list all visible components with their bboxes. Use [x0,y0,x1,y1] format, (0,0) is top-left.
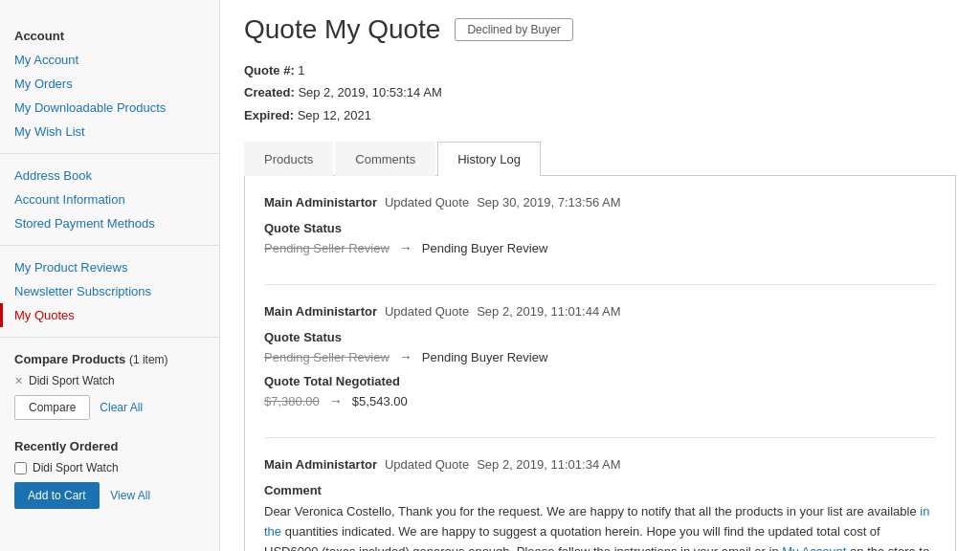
comment-part-1: Dear Veronica Costello, Thank you for th… [264,504,920,518]
history-entry-1-block-1: Quote Status Pending Seller Review → Pen… [264,221,936,255]
created-row: Created: Sep 2, 2019, 10:53:14 AM [244,81,956,103]
history-entry-2-price-to: $5,543.00 [352,394,408,408]
sidebar-section-account: Account My Account My Orders My Download… [0,14,219,154]
history-entry-1-header: Main Administartor Updated Quote Sep 30,… [264,195,936,209]
tab-history-log[interactable]: History Log [437,142,541,176]
history-entry-2-from: Pending Seller Review [264,350,390,364]
history-entry-2-block-2-title: Quote Total Negotiated [264,374,936,388]
sidebar-section-settings: Address Book Account Information Stored … [0,159,219,246]
recently-ordered-item-label: Didi Sport Watch [33,461,119,474]
history-entry-2-author: Main Administartor [264,304,377,319]
recently-ordered-checkbox[interactable] [14,462,27,474]
status-badge: Declined by Buyer [455,18,572,41]
history-entry-3-date: Sep 2, 2019, 11:01:34 AM [477,457,620,472]
expired-label: Expired: [244,108,294,122]
arrow-icon-2: → [399,349,412,364]
history-entry-1-from: Pending Seller Review [264,241,390,255]
history-entry-2: Main Administartor Updated Quote Sep 2, … [264,304,936,438]
history-entry-1: Main Administartor Updated Quote Sep 30,… [264,195,936,285]
created-date: Sep 2, 2019, 10:53:14 AM [298,85,441,99]
arrow-icon-3: → [329,393,343,408]
history-entry-2-block-1: Quote Status Pending Seller Review → Pen… [264,330,936,364]
history-entry-3-comment-title: Comment [264,483,936,497]
sidebar-item-my-wish-list[interactable]: My Wish List [0,120,219,143]
sidebar-item-address-book[interactable]: Address Book [0,164,219,187]
sidebar-item-my-account[interactable]: My Account [0,48,219,72]
history-entry-2-block-1-title: Quote Status [264,330,936,344]
compare-products-title: Compare Products (1 item) [14,352,205,366]
history-entry-1-author: Main Administartor [264,195,377,209]
history-entry-1-status-change: Pending Seller Review → Pending Buyer Re… [264,240,936,255]
page-header: Quote My Quote Declined by Buyer [244,14,956,45]
quote-number-label: Quote #: [244,63,295,77]
quote-number-row: Quote #: 1 [244,59,956,81]
sidebar-item-my-quotes[interactable]: My Quotes [0,303,219,327]
quote-number-value: 1 [298,63,304,77]
tab-content-history-log: Main Administartor Updated Quote Sep 30,… [244,176,956,551]
history-entry-2-date: Sep 2, 2019, 11:01:44 AM [477,304,620,319]
sidebar: Account My Account My Orders My Download… [0,0,220,551]
clear-all-link[interactable]: Clear All [100,401,143,414]
history-entry-2-price-change: $7,380.00 → $5,543.00 [264,393,936,408]
history-entry-1-date: Sep 30, 2019, 7:13:56 AM [477,195,620,209]
compare-item: ✕ Didi Sport Watch [14,374,205,387]
compare-item-label: Didi Sport Watch [29,374,115,387]
history-entry-2-header: Main Administartor Updated Quote Sep 2, … [264,304,936,319]
history-entry-1-action: Updated Quote [385,195,469,209]
created-label: Created: [244,85,295,99]
history-entry-3-comment-block: Comment Dear Veronica Costello, Thank yo… [264,483,936,551]
sidebar-item-account-information[interactable]: Account Information [0,187,219,211]
remove-compare-icon[interactable]: ✕ [14,375,23,387]
history-entry-3-author: Main Administartor [264,457,377,472]
recently-ordered-item: Didi Sport Watch [14,461,205,474]
comment-link-2[interactable]: My Account [782,544,846,551]
history-entry-2-status-change: Pending Seller Review → Pending Buyer Re… [264,349,936,364]
sidebar-item-my-orders[interactable]: My Orders [0,72,219,96]
sidebar-item-my-product-reviews[interactable]: My Product Reviews [0,255,219,279]
history-entry-3-action: Updated Quote [385,457,469,472]
history-entry-2-price-from: $7,380.00 [264,394,320,408]
quote-meta: Quote #: 1 Created: Sep 2, 2019, 10:53:1… [244,59,956,126]
history-entry-2-action: Updated Quote [385,304,469,319]
sidebar-item-newsletter-subscriptions[interactable]: Newsletter Subscriptions [0,279,219,303]
sidebar-heading-account: Account [0,19,219,48]
tab-products[interactable]: Products [244,142,333,176]
history-entry-2-to: Pending Buyer Review [422,350,548,364]
sidebar-item-stored-payment-methods[interactable]: Stored Payment Methods [0,211,219,235]
sidebar-section-extras: My Product Reviews Newsletter Subscripti… [0,251,219,338]
recently-ordered-section: Recently Ordered Didi Sport Watch Add to… [0,430,219,518]
sidebar-item-my-downloadable-products[interactable]: My Downloadable Products [0,96,219,120]
expired-row: Expired: Sep 12, 2021 [244,104,956,126]
page-title: Quote My Quote [244,14,440,45]
history-entry-2-block-2: Quote Total Negotiated $7,380.00 → $5,54… [264,374,936,408]
add-to-cart-button[interactable]: Add to Cart [14,482,100,509]
compare-button[interactable]: Compare [14,395,90,420]
history-entry-3-comment-text: Dear Veronica Costello, Thank you for th… [264,502,936,551]
recently-ordered-actions: Add to Cart View All [14,482,205,509]
recently-ordered-title: Recently Ordered [14,439,205,453]
main-content: Export to .doc ReQuote Quote My Quote De… [220,0,980,551]
history-entry-3-header: Main Administartor Updated Quote Sep 2, … [264,457,936,472]
compare-btn-row: Compare Clear All [14,395,205,420]
history-entry-1-block-1-title: Quote Status [264,221,936,235]
compare-products-section: Compare Products (1 item) ✕ Didi Sport W… [0,342,219,430]
history-entry-1-to: Pending Buyer Review [422,241,548,255]
view-all-link[interactable]: View All [110,489,150,502]
arrow-icon-1: → [399,240,412,255]
tab-comments[interactable]: Comments [335,142,435,176]
expired-date: Sep 12, 2021 [298,108,371,122]
tabs: Products Comments History Log [244,141,956,176]
history-entry-3: Main Administartor Updated Quote Sep 2, … [264,457,936,551]
